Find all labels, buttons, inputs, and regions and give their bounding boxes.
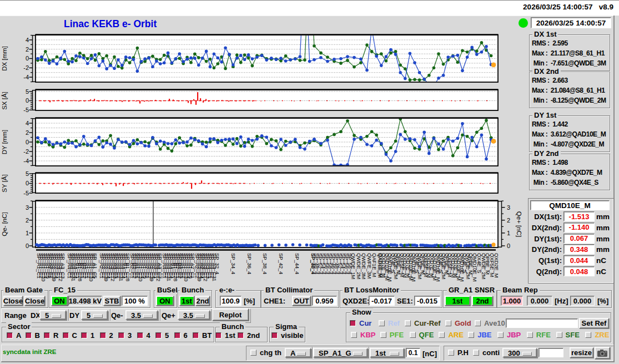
svg-text:SP_36_4: SP_36_4: [246, 253, 253, 275]
svg-text:4: 4: [26, 120, 29, 127]
svg-text:3: 3: [507, 204, 510, 211]
svg-text:DX [mm]: DX [mm]: [1, 46, 8, 71]
svg-text:5: 5: [26, 88, 29, 95]
svg-text:-2: -2: [23, 64, 29, 71]
svg-text:1: 1: [507, 230, 510, 236]
svg-text:2: 2: [26, 129, 29, 136]
svg-text:SY [Å]: SY [Å]: [1, 174, 8, 192]
svg-text:SP_32_4: SP_32_4: [214, 253, 220, 275]
svg-text:3: 3: [26, 204, 29, 211]
svg-text:0: 0: [26, 97, 29, 104]
svg-text:QXD2E_M: QXD2E_M: [494, 253, 500, 278]
svg-text:QWDE_2M: QWDE_2M: [356, 253, 362, 279]
svg-text:-5: -5: [23, 190, 29, 196]
svg-text:4: 4: [26, 37, 29, 43]
svg-text:SP_38_4: SP_38_4: [262, 253, 268, 275]
svg-text:0: 0: [26, 55, 29, 62]
svg-text:SP_34_4: SP_34_4: [230, 253, 236, 275]
svg-text:-2: -2: [23, 148, 29, 155]
svg-text:2: 2: [26, 46, 29, 53]
svg-text:Qe- [nC]: Qe- [nC]: [1, 212, 8, 236]
svg-text:SP_42_4: SP_42_4: [278, 253, 284, 275]
svg-text:QAF1E_M: QAF1E_M: [371, 253, 378, 277]
svg-text:-4: -4: [23, 158, 29, 164]
svg-text:2: 2: [507, 217, 510, 224]
svg-text:SP_A1_C5: SP_A1_C5: [92, 253, 98, 279]
svg-text:-5: -5: [23, 107, 29, 113]
svg-text:1: 1: [26, 230, 29, 236]
svg-text:Qe+ [nC]: Qe+ [nC]: [516, 211, 522, 237]
svg-text:5: 5: [26, 170, 29, 177]
svg-text:-4: -4: [23, 74, 29, 80]
svg-text:2: 2: [26, 217, 29, 224]
svg-text:SP_44_4: SP_44_4: [294, 253, 300, 275]
svg-text:SP_A3_C3: SP_A3_C3: [60, 253, 66, 279]
svg-text:QWFE_3M: QWFE_3M: [366, 253, 373, 279]
svg-text:QWDE_1M: QWDE_1M: [350, 253, 356, 279]
svg-text:QWDE_3M: QWDE_3M: [361, 253, 367, 279]
svg-text:0: 0: [26, 242, 29, 249]
svg-text:SX [Å]: SX [Å]: [1, 92, 8, 110]
svg-text:DY [mm]: DY [mm]: [1, 130, 8, 155]
svg-text:0: 0: [26, 139, 29, 145]
svg-text:0: 0: [26, 180, 29, 186]
svg-text:0: 0: [507, 242, 510, 249]
